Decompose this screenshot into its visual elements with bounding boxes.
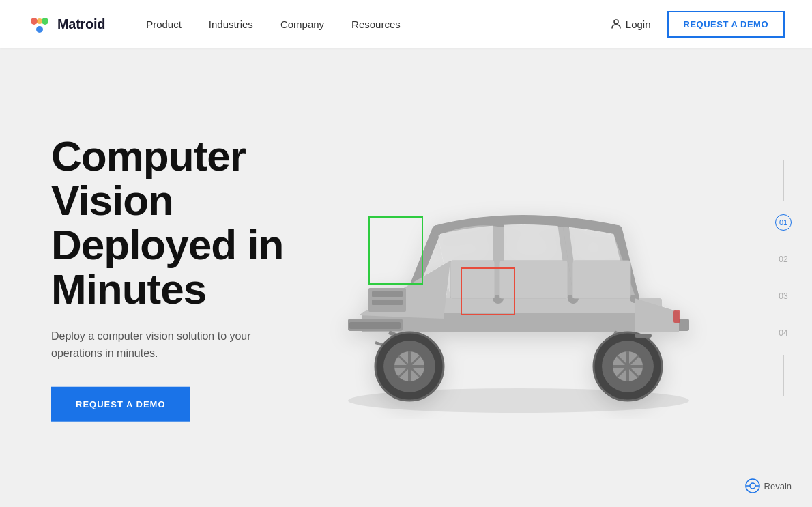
svg-rect-19 (372, 291, 403, 297)
login-button[interactable]: Login (611, 18, 651, 30)
svg-point-0 (31, 18, 38, 25)
svg-point-43 (750, 483, 755, 489)
indicator-item-2[interactable]: 02 (775, 251, 792, 267)
detection-box-red (461, 267, 515, 315)
indicator-item-1[interactable]: 01 (775, 214, 792, 231)
svg-rect-40 (635, 334, 652, 338)
car-container (307, 134, 730, 421)
nav-links: Product Industries Company Resources (146, 18, 611, 30)
svg-rect-20 (372, 300, 403, 305)
logo-icon (27, 14, 52, 33)
nav-industries[interactable]: Industries (209, 18, 253, 30)
revain-label: Revain (764, 481, 792, 491)
login-label: Login (626, 18, 651, 30)
revain-badge[interactable]: Revain (745, 478, 792, 493)
nav-company[interactable]: Company (280, 18, 324, 30)
page-indicator: 01 02 03 04 (775, 160, 792, 396)
hero-section: Computer Vision Deployed in Minutes Depl… (0, 48, 812, 507)
revain-icon (745, 478, 760, 493)
svg-rect-16 (572, 261, 630, 298)
nav-resources[interactable]: Resources (351, 18, 401, 30)
indicator-items: 01 02 03 04 (775, 214, 792, 341)
indicator-line-bottom (783, 355, 784, 396)
detection-box-green (368, 216, 423, 285)
hero-subtitle: Deploy a computer vision solution to you… (51, 328, 297, 362)
car-visual-area (307, 134, 730, 421)
svg-point-3 (37, 18, 42, 24)
logo-text: Matroid (57, 16, 105, 32)
nav-request-demo-button[interactable]: REQUEST A DEMO (667, 11, 785, 38)
hero-content: Computer Vision Deployed in Minutes Depl… (51, 133, 338, 422)
hero-cta-button[interactable]: REQUEST A DEMO (51, 387, 190, 422)
logo[interactable]: Matroid (27, 14, 105, 33)
hero-title: Computer Vision Deployed in Minutes (51, 133, 338, 310)
svg-point-2 (36, 26, 43, 33)
svg-rect-41 (673, 310, 680, 323)
svg-point-4 (614, 20, 618, 24)
indicator-line-top (783, 160, 784, 201)
navbar: Matroid Product Industries Company Resou… (0, 0, 812, 48)
nav-right: Login REQUEST A DEMO (611, 11, 785, 38)
nav-product[interactable]: Product (146, 18, 182, 30)
indicator-item-3[interactable]: 03 (775, 288, 792, 304)
indicator-item-4[interactable]: 04 (775, 325, 792, 341)
svg-rect-17 (349, 322, 401, 329)
user-icon (611, 18, 622, 29)
svg-point-1 (42, 18, 48, 25)
